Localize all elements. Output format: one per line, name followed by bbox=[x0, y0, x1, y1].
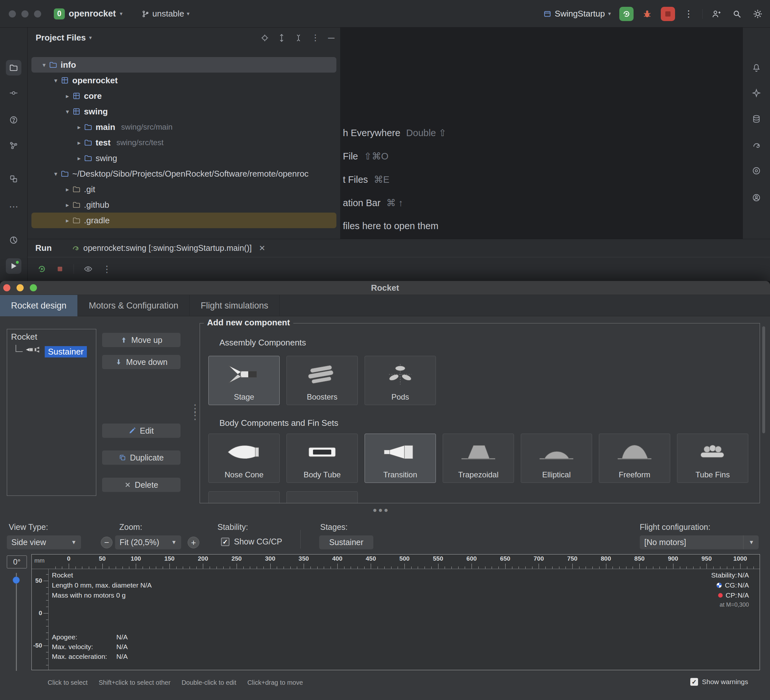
debug-button[interactable] bbox=[640, 7, 654, 21]
chevron-down-icon[interactable]: ▾ bbox=[51, 170, 61, 178]
database-icon[interactable] bbox=[749, 111, 764, 127]
stage-toggle-sustainer[interactable]: Sustainer bbox=[319, 535, 373, 549]
window-zoom-button[interactable] bbox=[34, 10, 41, 18]
settings-gear-icon[interactable] bbox=[751, 7, 765, 21]
run-button[interactable] bbox=[619, 7, 634, 21]
expand-all-icon[interactable] bbox=[277, 34, 286, 42]
more-toolwindows-icon[interactable]: … bbox=[6, 196, 21, 212]
preview-eye-icon[interactable] bbox=[84, 264, 93, 273]
add-user-button[interactable] bbox=[709, 7, 723, 21]
project-toolwindow-icon[interactable] bbox=[6, 60, 21, 76]
tree-row[interactable]: ▾openrocket bbox=[31, 73, 336, 88]
tree-row[interactable]: ▾~/Desktop/Sibo/Projects/OpenRocket/Soft… bbox=[31, 166, 336, 181]
panel-splitter-dots[interactable]: ●●● bbox=[373, 506, 390, 514]
rotation-slider-track[interactable] bbox=[16, 573, 17, 671]
tree-row[interactable]: ▸swing bbox=[31, 150, 336, 166]
zoom-select[interactable]: Fit (20,5%)▼ bbox=[115, 535, 181, 549]
component-button-boosters[interactable]: Boosters bbox=[286, 356, 358, 405]
run-tab[interactable]: openrocket:swing [:swing:SwingStartup.ma… bbox=[72, 243, 265, 253]
component-button-partial[interactable] bbox=[209, 491, 280, 503]
tab-rocket-design[interactable]: Rocket design bbox=[0, 295, 78, 316]
run-config-selector[interactable]: SwingStartup ▾ bbox=[543, 9, 611, 19]
chevron-right-icon[interactable]: ▸ bbox=[63, 201, 72, 209]
notifications-icon[interactable] bbox=[749, 60, 764, 76]
tree-root-label[interactable]: Rocket bbox=[7, 329, 96, 342]
chevron-right-icon[interactable]: ▸ bbox=[63, 92, 72, 100]
tab-motors-configuration[interactable]: Motors & Configuration bbox=[78, 295, 189, 316]
gradle-icon[interactable] bbox=[749, 138, 764, 153]
component-button-transition[interactable]: Transition bbox=[365, 433, 436, 483]
component-button-trapezoidal[interactable]: Trapezoidal bbox=[443, 433, 514, 483]
profiler-toolwindow-icon[interactable] bbox=[6, 232, 21, 248]
run-toolwindow-icon[interactable] bbox=[6, 258, 21, 274]
commit-toolwindow-icon[interactable] bbox=[6, 85, 21, 101]
tree-row[interactable]: ▸.github bbox=[31, 197, 336, 213]
build-toolwindow-icon[interactable] bbox=[6, 171, 21, 187]
chevron-right-icon[interactable]: ▸ bbox=[74, 139, 84, 147]
component-button-body-tube[interactable]: Body Tube bbox=[286, 433, 358, 483]
duplicate-button[interactable]: Duplicate bbox=[102, 451, 181, 465]
tree-row[interactable]: ▾info bbox=[31, 57, 336, 73]
learn-icon[interactable] bbox=[749, 163, 764, 179]
rotation-slider-handle[interactable] bbox=[13, 577, 20, 584]
zoom-in-button[interactable]: + bbox=[188, 537, 199, 548]
ai-assistant-icon[interactable] bbox=[749, 85, 764, 101]
tree-row[interactable]: ▸testswing/src/test bbox=[31, 135, 336, 150]
show-warnings-checkbox[interactable]: ✓ Show warnings bbox=[690, 678, 748, 686]
locate-file-icon[interactable] bbox=[260, 34, 269, 42]
window-close-button[interactable] bbox=[9, 10, 16, 18]
stop-button[interactable] bbox=[661, 7, 675, 21]
show-cgcp-checkbox[interactable]: ✓ Show CG/CP bbox=[221, 537, 282, 546]
chevron-right-icon[interactable]: ▸ bbox=[74, 155, 84, 162]
delete-button[interactable]: Delete bbox=[102, 478, 181, 492]
chevron-right-icon[interactable]: ▸ bbox=[63, 217, 72, 224]
zoom-out-button[interactable]: − bbox=[101, 537, 112, 548]
collapse-all-icon[interactable] bbox=[294, 34, 302, 42]
project-widget[interactable]: 0 openrocket ▾ bbox=[54, 0, 123, 27]
tree-row[interactable]: ▸.gradle bbox=[31, 213, 336, 228]
pull-requests-toolwindow-icon[interactable] bbox=[6, 112, 21, 128]
palette-scrollbar[interactable] bbox=[762, 327, 765, 433]
tree-row[interactable]: ▸mainswing/src/main bbox=[31, 119, 336, 135]
component-button-stage[interactable]: Stage bbox=[209, 356, 280, 405]
chevron-down-icon[interactable]: ▾ bbox=[39, 61, 49, 69]
v-ruler-number: -50 bbox=[32, 642, 42, 649]
component-button-partial[interactable] bbox=[286, 491, 358, 503]
tree-item-sustainer[interactable]: Sustainer bbox=[45, 346, 87, 357]
tree-row[interactable]: ▾swing bbox=[31, 104, 336, 119]
branch-widget[interactable]: unstable ▾ bbox=[141, 0, 189, 27]
project-panel-title[interactable]: Project Files bbox=[36, 33, 86, 43]
search-icon[interactable] bbox=[730, 7, 744, 21]
more-actions-button[interactable]: ⋮ bbox=[681, 7, 696, 21]
edit-button[interactable]: Edit bbox=[102, 424, 181, 438]
component-button-freeform[interactable]: Freeform bbox=[599, 433, 670, 483]
component-button-tube-fins[interactable]: Tube Fins bbox=[677, 433, 748, 483]
structure-toolwindow-icon[interactable] bbox=[6, 138, 21, 153]
stop-icon[interactable] bbox=[56, 265, 64, 273]
chevron-down-icon[interactable]: ▾ bbox=[63, 108, 72, 115]
cp-marker-icon bbox=[718, 593, 723, 598]
tree-row[interactable]: ▸core bbox=[31, 88, 336, 104]
rocket-view-canvas[interactable]: mm 0501001502002503003504004505005506006… bbox=[31, 554, 760, 670]
splitter-handle[interactable]: ⋮⋮ bbox=[189, 405, 201, 419]
rotation-spinner[interactable]: 0° bbox=[7, 556, 27, 568]
chevron-right-icon[interactable]: ▸ bbox=[74, 123, 84, 131]
view-type-select[interactable]: Side view▼ bbox=[7, 535, 81, 549]
flight-configuration-select[interactable]: [No motors]▼ bbox=[640, 535, 759, 549]
tab-flight-simulations[interactable]: Flight simulations bbox=[189, 295, 280, 316]
profile-icon[interactable] bbox=[749, 190, 764, 205]
chevron-right-icon[interactable]: ▸ bbox=[63, 186, 72, 193]
rerun-icon[interactable] bbox=[37, 264, 46, 273]
move-down-button[interactable]: Move down bbox=[102, 355, 181, 369]
hide-panel-icon[interactable]: ─ bbox=[328, 33, 335, 43]
move-up-button[interactable]: Move up bbox=[102, 333, 181, 347]
component-button-pods[interactable]: Pods bbox=[365, 356, 436, 405]
chevron-down-icon[interactable]: ▾ bbox=[51, 77, 61, 84]
panel-options-icon[interactable]: ⋮ bbox=[311, 33, 320, 43]
component-button-nose-cone[interactable]: Nose Cone bbox=[209, 433, 280, 483]
component-button-elliptical[interactable]: Elliptical bbox=[521, 433, 592, 483]
run-options-icon[interactable]: ⋮ bbox=[102, 264, 112, 275]
window-minimize-button[interactable] bbox=[21, 10, 29, 18]
tree-row[interactable]: ▸.git bbox=[31, 181, 336, 197]
close-icon[interactable]: ✕ bbox=[259, 244, 265, 253]
